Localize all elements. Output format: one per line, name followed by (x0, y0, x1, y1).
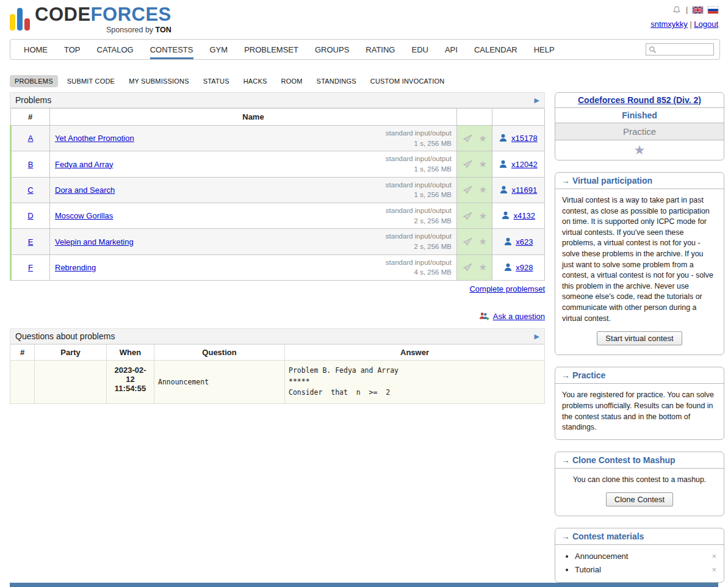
clone-contest-button[interactable]: Clone Contest (606, 492, 673, 506)
favorite-star-icon[interactable]: ★ (479, 211, 487, 221)
column-header-when: When (107, 345, 154, 361)
tab-submit-code[interactable]: SUBMIT CODE (62, 75, 120, 87)
codeforces-logo[interactable]: CODEFORCES Sponsored by TON (10, 5, 171, 34)
nav-item-edu[interactable]: EDU (411, 40, 428, 59)
close-icon[interactable]: × (712, 552, 716, 561)
nav-item-top[interactable]: TOP (64, 40, 81, 59)
column-header-index: # (11, 109, 50, 126)
column-header-question: Question (154, 345, 285, 361)
material-item: Announcement × (575, 552, 716, 561)
question-row: 2023-02-12 11:54:55 Announcement Problem… (10, 361, 545, 403)
nav-item-problemset[interactable]: PROBLEMSET (244, 40, 298, 59)
contest-title-link[interactable]: Codeforces Round 852 (Div. 2) (578, 95, 701, 105)
codeforces-contest-page: CODEFORCES Sponsored by TON | sntmxykky … (0, 0, 728, 587)
submit-plane-icon[interactable] (462, 160, 472, 168)
questions-header-row: # Party When Question Answer (10, 345, 545, 361)
expand-arrow-icon[interactable]: ▶ (535, 333, 539, 340)
solved-person-icon (500, 185, 508, 194)
tab-room[interactable]: ROOM (276, 75, 308, 87)
solved-count-link[interactable]: x12042 (511, 160, 538, 169)
solved-person-icon (499, 160, 507, 168)
practice-text: You are registered for practice. You can… (555, 384, 724, 439)
contest-materials-title: → Contest materials (555, 528, 724, 545)
start-virtual-contest-button[interactable]: Start virtual contest (597, 331, 682, 345)
contest-mode: Practice (555, 123, 724, 140)
problem-name-link[interactable]: Rebrending (55, 263, 96, 272)
problem-name-link[interactable]: Velepin and Marketing (55, 237, 134, 247)
nav-item-contests[interactable]: CONTESTS (150, 40, 193, 59)
problem-limits: standard input/output2 s, 256 MB (386, 231, 452, 251)
problem-name-link[interactable]: Yet Another Promotion (55, 134, 134, 143)
expand-arrow-icon[interactable]: ▶ (535, 96, 539, 104)
solved-count-link[interactable]: x623 (516, 237, 533, 247)
tab-standings[interactable]: STANDINGS (312, 75, 361, 87)
nav-item-help[interactable]: HELP (534, 40, 555, 59)
tab-my-submissions[interactable]: MY SUBMISSIONS (124, 75, 194, 87)
problem-name-link[interactable]: Dora and Search (55, 185, 115, 195)
ask-question-link[interactable]: Ask a question (493, 312, 545, 321)
clone-contest-text: You can clone this contest to a mashup. (555, 469, 724, 492)
problems-header-row: # Name (11, 109, 545, 126)
question-num (10, 361, 35, 403)
nav-item-groups[interactable]: GROUPS (315, 40, 349, 59)
material-announcement-link[interactable]: Announcement (575, 552, 628, 561)
submit-plane-icon[interactable] (462, 134, 472, 143)
submit-plane-icon[interactable] (462, 185, 472, 194)
tab-custom-invocation[interactable]: CUSTOM INVOCATION (366, 75, 450, 87)
language-english-flag-icon[interactable] (693, 7, 703, 13)
nav-item-rating[interactable]: RATING (366, 40, 395, 59)
questions-caption-bar: Questions about problems ▶ (10, 328, 545, 344)
question-party (35, 361, 107, 403)
problems-caption-bar: Problems ▶ (10, 92, 545, 108)
nav-item-calendar[interactable]: CALENDAR (474, 40, 517, 59)
problem-index-link[interactable]: D (27, 211, 33, 220)
submit-plane-icon[interactable] (462, 263, 472, 272)
contest-favorite-star-icon[interactable]: ★ (634, 143, 646, 157)
solved-count-link[interactable]: x11691 (511, 185, 537, 195)
column-header-num: # (10, 345, 35, 361)
close-icon[interactable]: × (712, 565, 716, 574)
tab-problems[interactable]: PROBLEMS (10, 75, 58, 87)
solved-count-link[interactable]: x928 (516, 263, 533, 272)
language-russian-flag-icon[interactable] (708, 7, 718, 13)
tab-status[interactable]: STATUS (198, 75, 234, 87)
favorite-star-icon[interactable]: ★ (479, 133, 487, 143)
problem-limits: standard input/output1 s, 256 MB (386, 128, 452, 148)
notification-bell-icon[interactable] (672, 5, 681, 15)
contest-info-box: Codeforces Round 852 (Div. 2) Finished P… (555, 92, 724, 160)
problem-name-link[interactable]: Fedya and Array (55, 160, 113, 169)
problem-index-link[interactable]: B (28, 160, 34, 169)
logout-link[interactable]: Logout (694, 20, 718, 29)
problem-index-link[interactable]: F (28, 263, 33, 272)
tab-hacks[interactable]: HACKS (239, 75, 272, 87)
submit-plane-icon[interactable] (462, 212, 472, 220)
material-tutorial-link[interactable]: Tutorial (575, 565, 601, 574)
solved-person-icon (504, 237, 512, 246)
logo-bars (10, 5, 30, 31)
problem-index-link[interactable]: E (28, 237, 34, 247)
username-link[interactable]: sntmxykky (651, 20, 688, 29)
problem-index-link[interactable]: C (27, 185, 33, 195)
problem-row: B Fedya and Array standard input/output1… (11, 151, 545, 177)
nav-item-home[interactable]: HOME (24, 40, 48, 59)
favorite-star-icon[interactable]: ★ (479, 262, 487, 272)
contest-materials-box: → Contest materials Announcement × Tutor… (555, 528, 724, 583)
problem-row: C Dora and Search standard input/output1… (11, 177, 545, 203)
favorite-star-icon[interactable]: ★ (479, 184, 487, 195)
logo-bar-blue-icon (17, 8, 23, 31)
favorite-star-icon[interactable]: ★ (479, 236, 487, 247)
favorite-star-icon[interactable]: ★ (479, 159, 487, 169)
problem-name-link[interactable]: Moscow Gorillas (55, 211, 113, 220)
nav-item-api[interactable]: API (445, 40, 458, 59)
practice-box: → Practice You are registered for practi… (555, 367, 724, 439)
nav-item-gym[interactable]: GYM (210, 40, 228, 59)
search-input[interactable] (659, 45, 711, 54)
problem-index-link[interactable]: A (28, 134, 34, 143)
nav-item-catalog[interactable]: CATALOG (97, 40, 134, 59)
submit-plane-icon[interactable] (462, 237, 472, 246)
solved-count-link[interactable]: x15178 (511, 134, 538, 143)
solved-count-link[interactable]: x4132 (514, 211, 535, 220)
logo-tagline: Sponsored by TON (35, 26, 171, 34)
contest-materials-list: Announcement × Tutorial × (555, 552, 716, 574)
complete-problemset-link[interactable]: Complete problemset (469, 284, 545, 294)
